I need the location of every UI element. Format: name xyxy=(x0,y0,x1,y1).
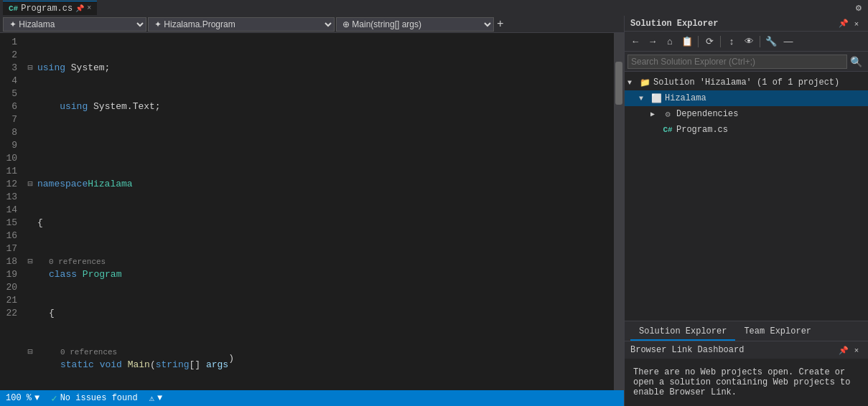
solution-explorer-header: Solution Explorer 📌 × xyxy=(625,16,868,32)
code-line-4: ⊟namespace Hizalama xyxy=(23,178,611,191)
code-line-7: { xyxy=(23,307,611,320)
browser-link-close-button[interactable]: × xyxy=(851,344,862,356)
search-button[interactable]: 🔍 xyxy=(847,56,865,67)
project-expand-arrow: ▼ xyxy=(639,95,650,103)
tab-team-explorer[interactable]: Team Explorer xyxy=(735,324,820,341)
dependencies-node[interactable]: ▶ ⚙ Dependencies xyxy=(625,106,868,122)
tab-label: Program.cs xyxy=(21,4,73,14)
solution-icon: 📁 xyxy=(639,77,650,88)
dep-label: Dependencies xyxy=(676,109,738,119)
dep-icon: ⚙ xyxy=(662,108,673,120)
browser-link-header: Browser Link Dashboard 📌 × xyxy=(625,341,868,359)
zoom-level[interactable]: 100 % ▼ xyxy=(6,393,39,403)
programcs-node[interactable]: ▶ C# Program.cs xyxy=(625,122,868,138)
gutter-1: ⊟ xyxy=(23,62,37,75)
code-line-1: ⊟using System; xyxy=(23,62,611,75)
code-line-8: ⊟ 0 references static void Main(string[]… xyxy=(23,346,611,372)
toolbar-back-button[interactable]: ← xyxy=(627,34,643,49)
main-container: ✦ Hizalama ✦ Hizalama.Program ⊕ Main(str… xyxy=(0,16,868,406)
project-icon: ⬜ xyxy=(650,93,662,104)
issues-status[interactable]: ✓ No issues found xyxy=(51,392,137,405)
toolbar-forward-button[interactable]: → xyxy=(645,34,661,49)
tab-close-icon[interactable]: × xyxy=(87,4,91,12)
toolbar-properties-button[interactable]: 🔧 xyxy=(763,34,779,49)
warning-icon: ⚠ xyxy=(149,393,154,404)
toolbar-collapse-button[interactable]: ↕ xyxy=(724,34,739,49)
panel-title: Solution Explorer xyxy=(630,19,718,29)
toolbar-sep-2 xyxy=(720,36,721,47)
project-node[interactable]: ▼ ⬜ Hizalama xyxy=(625,90,868,106)
solution-tree: ▼ 📁 Solution 'Hizalama' (1 of 1 project)… xyxy=(625,72,868,321)
tab-icon: C# xyxy=(9,4,18,13)
nav-plus-button[interactable]: + xyxy=(497,18,504,31)
panel-pin-button[interactable]: 📌 xyxy=(838,18,849,29)
solution-label: Solution 'Hizalama' (1 of 1 project) xyxy=(653,77,839,88)
browser-link-section: Browser Link Dashboard 📌 × There are no … xyxy=(625,341,868,406)
code-line-2: using System.Text; xyxy=(23,100,611,113)
toolbar-pages-button[interactable]: 📋 xyxy=(679,34,695,49)
settings-button[interactable]: ⚙ xyxy=(852,1,865,14)
tab-pin-icon: 📌 xyxy=(75,4,84,13)
code-line-3 xyxy=(23,139,611,152)
gutter-4: ⊟ xyxy=(23,178,37,191)
scrollbar-thumb[interactable] xyxy=(615,62,622,105)
browser-link-message: There are no Web projects open. Create o… xyxy=(625,359,868,406)
editor-area: ✦ Hizalama ✦ Hizalama.Program ⊕ Main(str… xyxy=(0,16,624,406)
right-panel: Solution Explorer 📌 × ← → ⌂ 📋 ⟳ ↕ 👁 🔧 — … xyxy=(624,16,868,406)
solution-search-row: 🔍 xyxy=(625,52,868,72)
toolbar-show-all-button[interactable]: 👁 xyxy=(741,34,757,49)
solution-explorer-toolbar: ← → ⌂ 📋 ⟳ ↕ 👁 🔧 — xyxy=(625,32,868,52)
breadcrumb-2[interactable]: ✦ Hizalama.Program xyxy=(148,17,335,32)
check-icon: ✓ xyxy=(51,392,57,405)
dep-expand-arrow: ▶ xyxy=(650,110,662,118)
code-line-6: ⊟ 0 references class Program xyxy=(23,255,611,281)
line-numbers: 12345 678910 1112131415 1617181920 2122 xyxy=(0,33,23,390)
panel-close-button[interactable]: × xyxy=(851,18,862,29)
programcs-label: Program.cs xyxy=(676,125,728,135)
nav-bar: ✦ Hizalama ✦ Hizalama.Program ⊕ Main(str… xyxy=(0,16,624,33)
code-line-5: { xyxy=(23,217,611,230)
warning-icon-area[interactable]: ⚠ ▼ xyxy=(149,393,162,404)
gutter-8a: ⊟ xyxy=(23,346,37,359)
solution-search-input[interactable] xyxy=(627,55,847,69)
code-content[interactable]: ⊟using System; using System.Text; ⊟names… xyxy=(23,33,614,390)
browser-link-title: Browser Link Dashboard xyxy=(630,345,744,355)
gutter-6: ⊟ xyxy=(23,255,37,268)
code-editor: 12345 678910 1112131415 1617181920 2122 … xyxy=(0,33,624,390)
panel-header-buttons: 📌 × xyxy=(838,18,862,29)
title-bar: C# Program.cs 📌 × ⚙ xyxy=(0,0,868,16)
status-bar: 100 % ▼ ✓ No issues found ⚠ ▼ Ln: 22 Ch:… xyxy=(0,390,624,406)
toolbar-preview-button[interactable]: — xyxy=(780,34,796,49)
bottom-tabs: Solution Explorer Team Explorer xyxy=(625,321,868,341)
file-tab[interactable]: C# Program.cs 📌 × xyxy=(3,1,97,15)
project-label: Hizalama xyxy=(665,93,706,103)
toolbar-sep-3 xyxy=(760,36,760,47)
toolbar-sep-1 xyxy=(698,36,699,47)
toolbar-home-button[interactable]: ⌂ xyxy=(662,34,678,49)
editor-scrollbar[interactable] xyxy=(614,33,624,390)
solution-node[interactable]: ▼ 📁 Solution 'Hizalama' (1 of 1 project) xyxy=(625,75,868,90)
browser-link-controls: 📌 × xyxy=(838,344,862,356)
browser-link-pin-button[interactable]: 📌 xyxy=(838,344,849,356)
toolbar-refresh-button[interactable]: ⟳ xyxy=(701,34,717,49)
solution-expand-arrow: ▼ xyxy=(627,79,639,87)
programcs-icon: C# xyxy=(662,124,673,136)
breadcrumb-3[interactable]: ⊕ Main(string[] args) xyxy=(336,17,494,32)
breadcrumb-1[interactable]: ✦ Hizalama xyxy=(3,17,146,32)
tab-solution-explorer[interactable]: Solution Explorer xyxy=(630,324,735,341)
